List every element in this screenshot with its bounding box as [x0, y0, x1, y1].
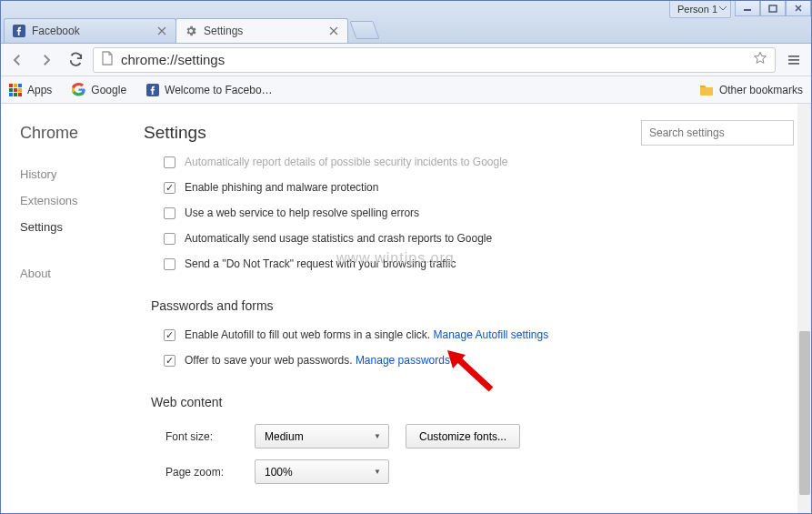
checkbox[interactable] [164, 258, 175, 270]
setting-row: Enable Autofill to fill out web forms in… [151, 322, 794, 348]
chrome-menu-button[interactable] [781, 47, 807, 73]
page-zoom-row: Page zoom: 100% [151, 454, 794, 489]
setting-row: Send a "Do Not Track" request with your … [151, 251, 794, 277]
page-scrollbar[interactable] [797, 104, 812, 514]
setting-label: Enable Autofill to fill out web forms in… [185, 328, 548, 341]
customize-fonts-button[interactable]: Customize fonts... [406, 424, 520, 448]
profile-label: Person 1 [677, 4, 717, 15]
bookmark-facebook[interactable]: Welcome to Facebo… [143, 80, 276, 100]
setting-label: Use a web service to help resolve spelli… [185, 207, 419, 219]
scrollbar-thumb[interactable] [799, 331, 810, 495]
url-text: chrome://settings [121, 52, 746, 67]
font-size-label: Font size: [165, 430, 238, 443]
checkbox[interactable] [164, 329, 175, 341]
toolbar: chrome://settings [0, 44, 812, 76]
new-tab-button[interactable] [349, 21, 379, 39]
font-size-select[interactable]: Medium [255, 424, 389, 448]
page-zoom-label: Page zoom: [165, 466, 238, 479]
address-bar[interactable]: chrome://settings [93, 47, 776, 73]
minimize-button[interactable] [735, 0, 760, 16]
setting-row: Automatically report details of possible… [151, 149, 794, 175]
sidebar-item-extensions[interactable]: Extensions [20, 187, 144, 214]
font-size-row: Font size: Medium Customize fonts... [151, 418, 794, 454]
close-icon[interactable] [327, 25, 340, 37]
setting-label: Automatically send usage statistics and … [185, 232, 492, 245]
sidebar-brand: Chrome [20, 124, 144, 143]
bookmark-label: Welcome to Facebo… [165, 84, 273, 96]
settings-sidebar: Chrome History Extensions Settings About [0, 104, 144, 514]
svg-rect-5 [788, 63, 799, 65]
manage-passwords-link[interactable]: Manage passwords [356, 354, 450, 367]
checkbox[interactable] [164, 182, 175, 194]
setting-row: Enable phishing and malware protection [151, 175, 794, 200]
setting-row: Use a web service to help resolve spelli… [151, 200, 794, 226]
tab-facebook[interactable]: Facebook [4, 18, 176, 43]
svg-rect-3 [788, 55, 799, 57]
sidebar-item-history[interactable]: History [20, 161, 144, 187]
tab-settings[interactable]: Settings [175, 18, 348, 43]
other-bookmarks-button[interactable]: Other bookmarks [696, 80, 807, 100]
manage-autofill-link[interactable]: Manage Autofill settings [433, 328, 548, 341]
checkbox[interactable] [164, 355, 175, 367]
bookmark-google[interactable]: Google [68, 79, 130, 100]
setting-row: Offer to save your web passwords. Manage… [151, 348, 794, 373]
back-button[interactable] [5, 47, 29, 73]
page-zoom-select[interactable]: 100% [255, 459, 389, 484]
maximize-button[interactable] [760, 0, 786, 16]
setting-label: Enable phishing and malware protection [185, 181, 378, 194]
section-passwords-forms: Passwords and forms [151, 298, 794, 313]
google-icon [72, 83, 85, 96]
page-content: Chrome History Extensions Settings About… [0, 104, 812, 514]
bookmark-label: Google [91, 84, 126, 96]
folder-icon [699, 84, 714, 96]
svg-rect-1 [769, 5, 777, 12]
setting-label: Send a "Do Not Track" request with your … [185, 257, 456, 270]
reload-button[interactable] [64, 47, 87, 73]
main-panel: Settings Automatically report details of… [144, 104, 812, 514]
forward-button [35, 47, 58, 73]
bookmark-star-icon[interactable] [753, 51, 767, 69]
apps-label: Apps [27, 84, 52, 96]
checkbox[interactable] [164, 207, 175, 219]
tab-strip: Facebook Settings [0, 16, 812, 43]
gear-icon [184, 24, 198, 38]
section-web-content: Web content [151, 395, 794, 409]
page-title: Settings [144, 123, 206, 143]
setting-row: Automatically send usage statistics and … [151, 226, 794, 251]
setting-label: Offer to save your web passwords. Manage… [185, 354, 450, 367]
setting-label: Automatically report details of possible… [185, 156, 508, 168]
tab-label: Settings [204, 25, 322, 37]
title-bar: Person 1 [0, 0, 812, 16]
search-input[interactable] [649, 121, 786, 145]
close-icon[interactable] [155, 25, 168, 37]
tab-label: Facebook [32, 25, 150, 37]
checkbox[interactable] [164, 156, 175, 168]
sidebar-item-settings[interactable]: Settings [20, 214, 144, 240]
window-controls [735, 0, 811, 16]
svg-rect-4 [788, 59, 799, 61]
apps-button[interactable]: Apps [5, 80, 55, 100]
search-settings-input[interactable] [641, 120, 794, 146]
sidebar-item-about[interactable]: About [20, 260, 144, 287]
checkbox[interactable] [164, 233, 175, 245]
chevron-down-icon [719, 6, 727, 12]
facebook-icon [146, 84, 159, 96]
apps-grid-icon [9, 84, 22, 96]
profile-badge[interactable]: Person 1 [669, 0, 731, 18]
bookmark-bar: Apps Google Welcome to Facebo… Other boo… [0, 76, 812, 104]
page-icon [101, 51, 114, 69]
close-button[interactable] [786, 0, 811, 16]
facebook-icon [12, 24, 26, 38]
other-bookmarks-label: Other bookmarks [719, 84, 803, 96]
